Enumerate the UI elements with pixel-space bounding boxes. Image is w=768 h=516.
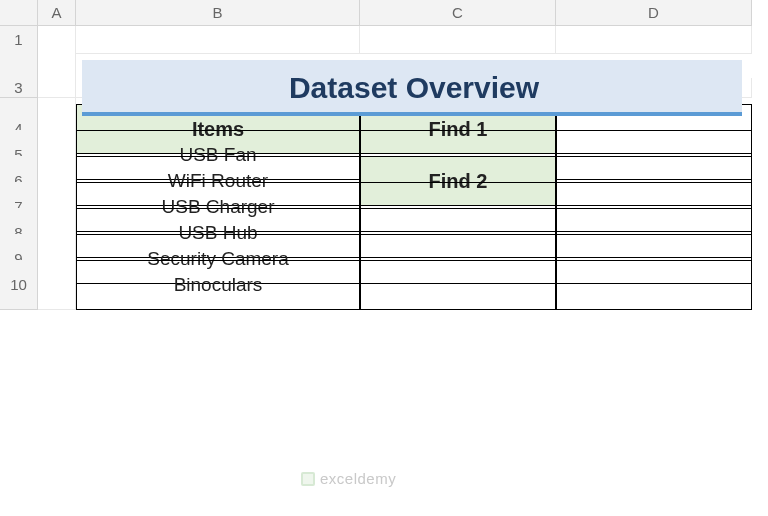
col-header-b[interactable]: B <box>76 0 360 26</box>
row-header-3[interactable]: 3 <box>0 78 38 98</box>
spreadsheet-grid: A B C D 1 2 Dataset Overview 3 4 Items F… <box>0 0 768 286</box>
cell-d10[interactable] <box>556 260 752 310</box>
col-header-a[interactable]: A <box>38 0 76 26</box>
page-title: Dataset Overview <box>289 71 539 105</box>
cell-a10[interactable] <box>38 260 76 310</box>
svg-rect-1 <box>303 474 313 484</box>
row-header-10[interactable]: 10 <box>0 260 38 310</box>
watermark-text: exceldemy <box>320 470 396 487</box>
col-header-c[interactable]: C <box>360 0 556 26</box>
cell-b1[interactable] <box>76 26 360 54</box>
watermark: exceldemy <box>300 470 396 487</box>
select-all-corner[interactable] <box>0 0 38 26</box>
logo-icon <box>300 471 316 487</box>
cell-c10[interactable] <box>360 260 556 310</box>
cell-a1[interactable] <box>38 26 76 54</box>
cell-d1[interactable] <box>556 26 752 54</box>
col-header-d[interactable]: D <box>556 0 752 26</box>
table-row[interactable]: Binoculars <box>76 260 360 310</box>
cell-c1[interactable] <box>360 26 556 54</box>
row-header-1[interactable]: 1 <box>0 26 38 54</box>
title-cell[interactable]: Dataset Overview <box>76 52 752 124</box>
cell-a3[interactable] <box>38 78 76 98</box>
